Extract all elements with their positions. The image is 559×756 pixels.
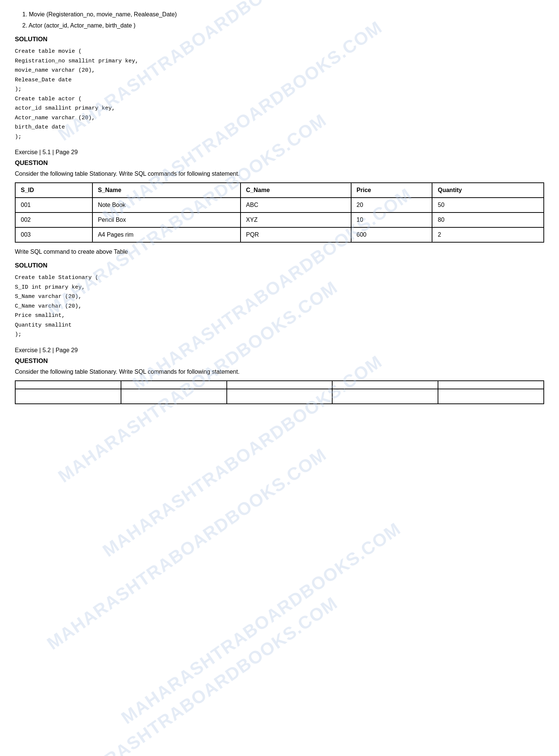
table-cell: 20 [351,198,432,212]
cell [121,389,227,404]
cell [438,389,544,404]
stationary-table-2 [15,380,544,404]
col2-header-3 [227,381,333,389]
table-cell: Pencil Box [92,212,241,227]
solution1-code: Create table movie ( Registration_no sma… [15,47,544,142]
table-cell: PQR [241,227,351,242]
table-cell: 2 [432,227,544,242]
table-cell: 10 [351,212,432,227]
table-row [15,389,544,404]
stationary-table: S_ID S_Name C_Name Price Quantity 001Not… [15,182,544,243]
table-cell: XYZ [241,212,351,227]
table-cell: 80 [432,212,544,227]
table-cell: Note Book [92,198,241,212]
exercise2-question-text: Consider the following table Stationary.… [15,369,544,375]
table-cell: 001 [15,198,92,212]
col-header-sid: S_ID [15,183,92,198]
cell [15,389,121,404]
table-row: 003A4 Pages rimPQR6002 [15,227,544,242]
table-cell: 600 [351,227,432,242]
exercise1-solution-code: Create table Stationary ( S_ID int prima… [15,273,544,340]
table-row: 001Note BookABC2050 [15,198,544,212]
write-sql-text: Write SQL command to create above Table [15,249,544,255]
col-header-price: Price [351,183,432,198]
cell [227,389,333,404]
cell [332,389,438,404]
col2-header-4 [332,381,438,389]
col2-header-2 [121,381,227,389]
table-cell: ABC [241,198,351,212]
col-header-quantity: Quantity [432,183,544,198]
table-cell: 003 [15,227,92,242]
table-cell: A4 Pages rim [92,227,241,242]
col-header-sname: S_Name [92,183,241,198]
exercise1-question-label: QUESTION [15,159,544,167]
exercise1-solution-label: SOLUTION [15,262,544,269]
numbered-item-1: 1. Movie (Registeration_no, movie_name, … [15,11,544,18]
solution1-label: SOLUTION [15,36,544,43]
table-row: 002Pencil BoxXYZ1080 [15,212,544,227]
exercise2-ref: Exercise | 5.2 | Page 29 [15,347,544,354]
exercise1-question-text: Consider the following table Stationary.… [15,171,544,177]
table-cell: 50 [432,198,544,212]
col2-header-5 [438,381,544,389]
numbered-item-2: 2. Actor (actor_id, Actor_name, birth_da… [15,22,544,29]
col-header-cname: C_Name [241,183,351,198]
exercise1-ref: Exercise | 5.1 | Page 29 [15,149,544,156]
col2-header-1 [15,381,121,389]
table-cell: 002 [15,212,92,227]
exercise2-question-label: QUESTION [15,357,544,365]
